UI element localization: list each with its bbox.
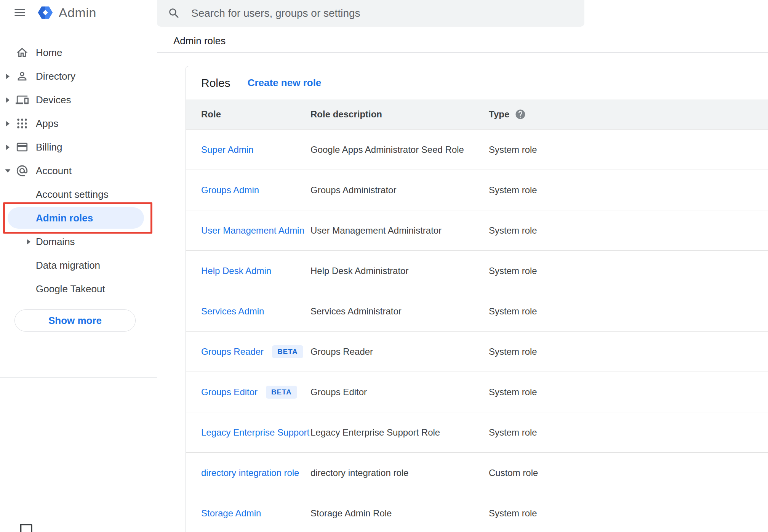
role-link[interactable]: Groups Editor <box>201 387 258 397</box>
sidebar-item-data-migration[interactable]: Data migration <box>0 253 157 277</box>
devices-icon <box>15 93 29 106</box>
role-description: Groups Editor <box>310 387 489 397</box>
chevron-right-icon[interactable] <box>0 144 15 150</box>
sidebar-item-account-settings[interactable]: Account settings <box>0 183 157 206</box>
chevron-right-icon[interactable] <box>0 121 15 127</box>
apps-grid-icon <box>15 117 29 130</box>
sidebar-item-label: Home <box>36 47 62 59</box>
role-description: directory integration role <box>310 468 489 478</box>
role-link[interactable]: Groups Admin <box>201 185 259 195</box>
credit-card-icon <box>15 141 29 154</box>
table-row: Legacy Enterprise Support Legacy Enterpr… <box>186 412 768 452</box>
sidebar-item-label: Directory <box>36 71 75 82</box>
role-type: System role <box>489 387 768 397</box>
sidebar-item-label: Apps <box>36 118 58 130</box>
sidebar-item-apps[interactable]: Apps <box>0 112 157 135</box>
table-row: Help Desk Admin Help Desk Administrator … <box>186 250 768 291</box>
sidebar-item-account[interactable]: Account <box>0 159 157 183</box>
role-type: System role <box>489 508 768 519</box>
sidebar-item-directory[interactable]: Directory <box>0 64 157 88</box>
at-sign-icon <box>15 164 29 177</box>
sidebar-item-label: Billing <box>36 141 62 153</box>
home-icon <box>15 46 29 59</box>
chevron-right-icon[interactable] <box>24 239 34 245</box>
role-type: System role <box>489 346 768 357</box>
role-type: Custom role <box>489 468 768 478</box>
search-bar[interactable] <box>157 0 584 27</box>
table-row: Super Admin Google Apps Administrator Se… <box>186 129 768 170</box>
role-link[interactable]: Help Desk Admin <box>201 266 271 276</box>
feedback-icon[interactable] <box>18 522 34 532</box>
role-link[interactable]: User Management Admin <box>201 225 304 236</box>
role-description: Services Administrator <box>310 306 489 317</box>
sidebar-item-billing[interactable]: Billing <box>0 135 157 159</box>
column-header-type: Type <box>489 109 768 120</box>
create-new-role-link[interactable]: Create new role <box>248 77 322 89</box>
role-type: System role <box>489 225 768 236</box>
person-icon <box>15 70 29 83</box>
table-header-row: Role Role description Type <box>186 99 768 129</box>
breadcrumb: Admin roles <box>173 32 226 50</box>
sidebar-nav: Home Directory Devices <box>0 41 157 301</box>
role-description: Google Apps Administrator Seed Role <box>310 144 489 155</box>
role-description: Groups Reader <box>310 346 489 357</box>
role-type: System role <box>489 427 768 438</box>
role-description: Help Desk Administrator <box>310 266 489 276</box>
beta-badge: BETA <box>266 386 297 399</box>
help-icon[interactable] <box>515 109 526 120</box>
app-title: Admin <box>59 5 96 20</box>
sidebar: Admin Home Directory <box>0 0 157 532</box>
sidebar-item-label: Admin roles <box>36 212 93 224</box>
role-description: User Management Administrator <box>310 225 489 236</box>
role-type: System role <box>489 185 768 195</box>
sidebar-header: Admin <box>0 0 157 25</box>
chevron-down-icon[interactable] <box>0 168 15 173</box>
main-content: Admin roles Roles Create new role Role R… <box>157 0 768 532</box>
role-type: System role <box>489 144 768 155</box>
role-description: Storage Admin Role <box>310 508 489 519</box>
sidebar-item-home[interactable]: Home <box>0 41 157 64</box>
role-link[interactable]: directory integration role <box>201 468 299 478</box>
beta-badge: BETA <box>272 345 303 358</box>
sidebar-item-label: Account settings <box>36 189 109 200</box>
table-row: directory integration role directory int… <box>186 452 768 493</box>
role-link[interactable]: Super Admin <box>201 144 253 155</box>
sidebar-item-domains[interactable]: Domains <box>0 230 157 253</box>
role-link[interactable]: Legacy Enterprise Support <box>201 427 309 438</box>
admin-logo-icon <box>37 5 53 21</box>
role-link[interactable]: Services Admin <box>201 306 264 317</box>
sidebar-item-label: Account <box>36 165 72 177</box>
role-type: System role <box>489 306 768 317</box>
breadcrumb-label: Admin roles <box>173 35 226 47</box>
sidebar-divider <box>0 377 157 378</box>
sidebar-item-google-takeout[interactable]: Google Takeout <box>0 277 157 301</box>
search-input[interactable] <box>191 2 584 25</box>
sidebar-item-label: Google Takeout <box>36 283 105 295</box>
sidebar-item-devices[interactable]: Devices <box>0 88 157 112</box>
table-row: Groups Admin Groups Administrator System… <box>186 170 768 210</box>
role-link[interactable]: Groups Reader <box>201 346 264 357</box>
role-description: Groups Administrator <box>310 185 489 195</box>
column-header-role: Role <box>201 109 310 120</box>
roles-title: Roles <box>201 77 230 90</box>
header-divider <box>157 52 768 53</box>
table-row: Storage Admin Storage Admin Role System … <box>186 493 768 532</box>
table-row: Services Admin Services Administrator Sy… <box>186 291 768 331</box>
table-row: Groups Editor BETA Groups Editor System … <box>186 372 768 412</box>
sidebar-item-admin-roles[interactable]: Admin roles <box>0 206 157 230</box>
search-icon <box>168 7 181 20</box>
role-type: System role <box>489 266 768 276</box>
hamburger-menu-icon[interactable] <box>13 6 27 19</box>
column-header-description: Role description <box>310 109 489 120</box>
show-more-button[interactable]: Show more <box>14 309 136 332</box>
role-description: Legacy Enterprise Support Role <box>310 427 489 438</box>
sidebar-item-label: Domains <box>36 236 75 248</box>
admin-console-page: Admin Home Directory <box>0 0 768 532</box>
chevron-right-icon[interactable] <box>0 74 15 79</box>
role-link[interactable]: Storage Admin <box>201 508 261 519</box>
roles-card: Roles Create new role Role Role descript… <box>186 66 768 532</box>
sidebar-item-label: Devices <box>36 94 71 106</box>
sidebar-item-label: Data migration <box>36 260 100 271</box>
chevron-right-icon[interactable] <box>0 97 15 103</box>
table-row: Groups Reader BETA Groups Reader System … <box>186 331 768 372</box>
